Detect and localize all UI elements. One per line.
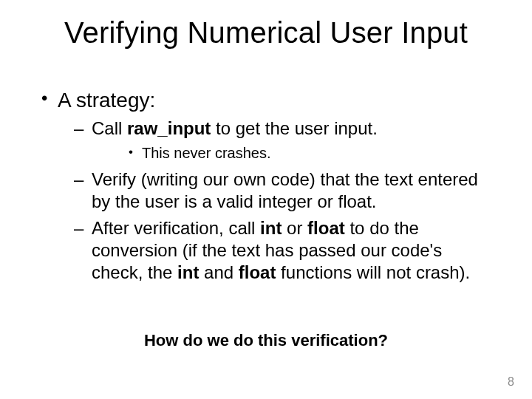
text: Verify (writing our own code) that the t… (92, 169, 478, 211)
code-int: int (177, 262, 199, 282)
bullet-l1: A strategy: Call raw_input to get the us… (38, 87, 497, 284)
text: to get the user input. (211, 118, 377, 138)
text: After verification, call (92, 218, 260, 238)
text: and (199, 262, 238, 282)
code-float: float (239, 262, 276, 282)
bullet-l2-call-rawinput: Call raw_input to get the user input. Th… (58, 117, 497, 163)
text: functions will not crash). (276, 262, 470, 282)
closing-question: How do we do this verification? (0, 331, 532, 350)
text: Call (92, 118, 127, 138)
code-int: int (260, 218, 282, 238)
bullet-l1-text: A strategy: (58, 89, 155, 112)
bullet-l2-after-verification: After verification, call int or float to… (58, 217, 497, 284)
text: or (282, 218, 307, 238)
slide-title: Verifying Numerical User Input (0, 16, 532, 50)
code-rawinput: raw_input (127, 118, 211, 138)
text: This never crashes. (142, 145, 271, 161)
code-float: float (307, 218, 345, 238)
bullet-l3-never-crashes: This never crashes. (92, 144, 497, 163)
page-number: 8 (508, 375, 514, 389)
bullet-l2-verify: Verify (writing our own code) that the t… (58, 168, 497, 213)
slide-body: A strategy: Call raw_input to get the us… (38, 87, 497, 290)
slide: Verifying Numerical User Input A strateg… (0, 0, 532, 399)
